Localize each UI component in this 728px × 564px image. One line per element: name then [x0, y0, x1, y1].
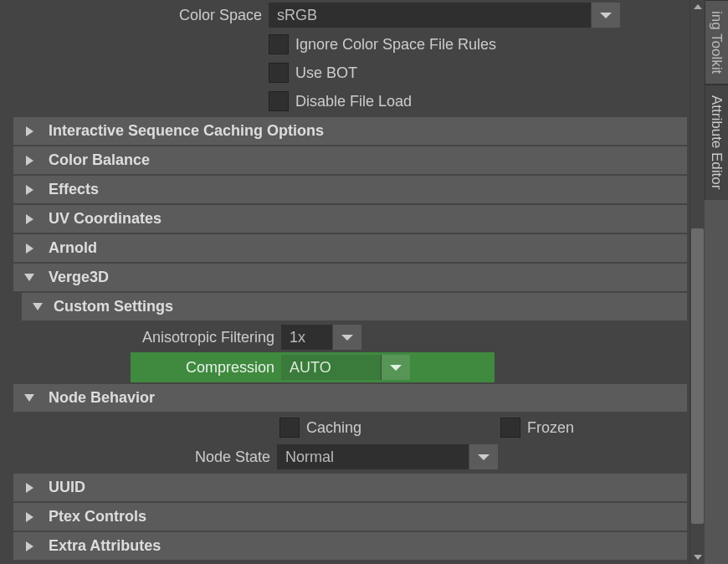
section-interactive-sequence[interactable]: Interactive Sequence Caching Options	[13, 117, 687, 145]
ignore-cs-rules-row: Ignore Color Space File Rules	[13, 30, 687, 59]
section-uv-coordinates[interactable]: UV Coordinates	[13, 205, 687, 233]
ignore-cs-rules-label: Ignore Color Space File Rules	[295, 36, 496, 54]
vertical-scrollbar[interactable]	[690, 0, 705, 564]
chevron-down-icon	[30, 303, 45, 310]
scroll-down-icon[interactable]	[690, 551, 705, 564]
side-tabs: ing Toolkit Attribute Editor	[705, 0, 728, 564]
caching-frozen-row: Caching Frozen	[13, 413, 687, 442]
section-extra-attributes[interactable]: Extra Attributes	[13, 532, 687, 560]
node-state-label: Node State	[13, 449, 277, 466]
chevron-right-icon	[22, 156, 37, 166]
use-bot-checkbox[interactable]	[269, 63, 289, 83]
disable-file-load-row: Disable File Load	[13, 87, 687, 115]
chevron-right-icon	[22, 244, 37, 254]
frozen-checkbox[interactable]	[500, 418, 520, 438]
aniso-value: 1x	[281, 325, 333, 350]
tab-spacer	[705, 200, 728, 564]
color-space-label: Color Space	[13, 7, 269, 24]
chevron-right-icon	[22, 126, 37, 136]
chevron-down-icon[interactable]	[382, 355, 410, 380]
use-bot-row: Use BOT	[13, 59, 687, 87]
compression-value: AUTO	[281, 355, 382, 380]
chevron-down-icon	[22, 274, 37, 281]
tab-attribute-editor[interactable]: Attribute Editor	[705, 85, 728, 199]
section-custom-settings[interactable]: Custom Settings	[22, 293, 687, 320]
scrollbar-track[interactable]	[690, 13, 705, 551]
scroll-up-icon[interactable]	[690, 0, 705, 13]
node-state-row: Node State Normal	[13, 442, 687, 472]
section-arnold[interactable]: Arnold	[13, 234, 687, 262]
compression-dropdown[interactable]: AUTO	[281, 355, 410, 380]
aniso-row: Anisotropic Filtering 1x	[13, 322, 687, 352]
aniso-dropdown[interactable]: 1x	[281, 325, 361, 350]
tab-modeling-toolkit[interactable]: ing Toolkit	[705, 0, 728, 85]
attribute-editor-panel: Color Space sRGB Ignore Color Space File…	[0, 0, 690, 564]
section-color-balance[interactable]: Color Balance	[13, 146, 687, 174]
frozen-label: Frozen	[527, 419, 574, 437]
scrollbar-thumb[interactable]	[691, 228, 704, 524]
chevron-down-icon[interactable]	[333, 325, 361, 350]
chevron-right-icon	[22, 214, 37, 224]
chevron-right-icon	[22, 541, 37, 551]
chevron-right-icon	[22, 185, 37, 195]
use-bot-label: Use BOT	[295, 64, 357, 82]
chevron-right-icon	[22, 512, 37, 522]
chevron-down-icon[interactable]	[469, 444, 498, 469]
section-uuid[interactable]: UUID	[13, 474, 687, 501]
aniso-label: Anisotropic Filtering	[22, 329, 281, 346]
chevron-down-icon[interactable]	[592, 3, 620, 28]
section-effects[interactable]: Effects	[13, 176, 687, 203]
caching-checkbox[interactable]	[279, 418, 300, 438]
node-state-value: Normal	[277, 444, 469, 469]
chevron-right-icon	[22, 483, 37, 493]
color-space-value: sRGB	[269, 3, 592, 28]
section-verge3d[interactable]: Verge3D	[13, 264, 687, 291]
attribute-scroll-region: Color Space sRGB Ignore Color Space File…	[0, 0, 690, 564]
disable-file-load-checkbox[interactable]	[269, 91, 289, 111]
disable-file-load-label: Disable File Load	[295, 93, 412, 110]
ignore-cs-rules-checkbox[interactable]	[269, 34, 289, 54]
node-state-dropdown[interactable]: Normal	[277, 444, 498, 469]
compression-label: Compression	[131, 359, 281, 377]
caching-label: Caching	[306, 419, 361, 437]
color-space-row: Color Space sRGB	[13, 0, 687, 30]
compression-row: Compression AUTO	[131, 352, 495, 382]
section-node-behavior[interactable]: Node Behavior	[13, 384, 687, 412]
color-space-dropdown[interactable]: sRGB	[269, 3, 620, 28]
section-ptex-controls[interactable]: Ptex Controls	[13, 503, 687, 531]
chevron-down-icon	[22, 394, 37, 402]
